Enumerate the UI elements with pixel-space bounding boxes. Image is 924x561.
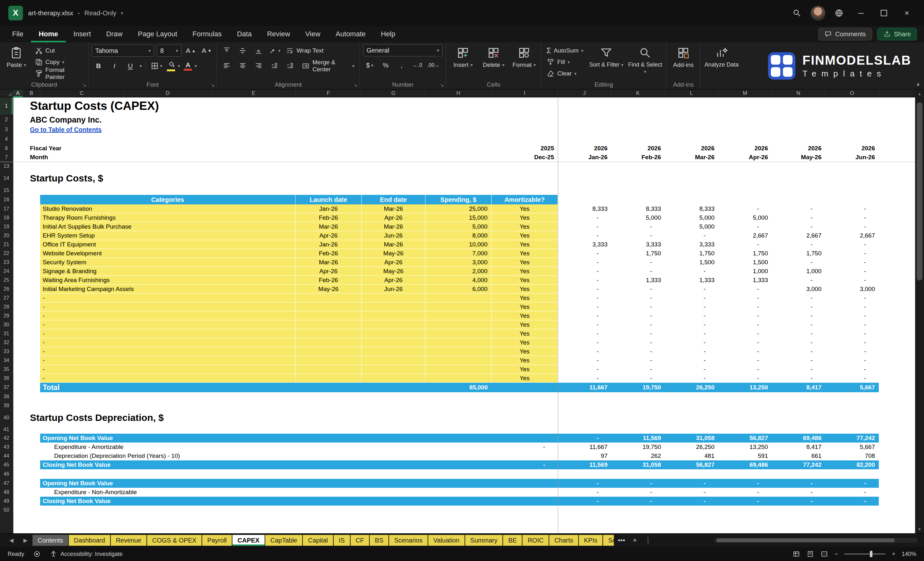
menu-tab-draw[interactable]: Draw — [99, 26, 130, 42]
month-value-cell[interactable]: - — [558, 356, 611, 365]
sheet-tab-dashboard[interactable]: Dashboard — [69, 535, 110, 546]
font-family-select[interactable]: Tahoma▾ — [92, 45, 154, 57]
zoom-out-button[interactable]: − — [834, 551, 838, 558]
cell[interactable] — [296, 383, 362, 392]
depreciation-value[interactable] — [492, 488, 558, 496]
spending-cell[interactable] — [425, 374, 492, 383]
month-value-cell[interactable]: - — [718, 294, 772, 303]
launch-date-cell[interactable]: Apr-26 — [296, 267, 362, 276]
month-value-cell[interactable]: - — [665, 285, 718, 294]
end-date-cell[interactable]: Jun-26 — [362, 231, 425, 240]
month-value-cell[interactable]: 8,333 — [611, 204, 665, 213]
menu-tab-data[interactable]: Data — [229, 26, 259, 42]
cell[interactable] — [13, 401, 915, 410]
row-header-24[interactable]: 24 — [0, 267, 13, 276]
month-value-cell[interactable]: 2,667 — [772, 231, 825, 240]
spending-cell[interactable] — [425, 294, 492, 303]
category-cell[interactable]: EHR System Setup — [40, 231, 296, 240]
cell[interactable] — [13, 222, 40, 231]
month-value-cell[interactable]: 8,333 — [558, 204, 611, 213]
ribbon-collapse-button[interactable]: ▴ — [916, 80, 920, 87]
launch-date-cell[interactable] — [296, 365, 362, 374]
spending-cell[interactable]: 25,000 — [425, 204, 492, 213]
amortizable-cell[interactable]: Yes — [492, 222, 558, 231]
menu-tab-home[interactable]: Home — [31, 26, 66, 42]
depreciation-value[interactable]: - — [825, 488, 879, 496]
percent-format-button[interactable]: % — [379, 59, 392, 72]
end-date-cell[interactable] — [362, 311, 425, 320]
month-value-cell[interactable]: - — [772, 240, 825, 249]
align-top-button[interactable] — [220, 44, 233, 57]
depreciation-value[interactable]: 708 — [825, 452, 879, 460]
decrease-decimal-button[interactable]: .00→ — [427, 59, 440, 72]
number-dialog-launcher[interactable]: ↘ — [440, 82, 444, 88]
cell[interactable] — [13, 425, 915, 434]
launch-date-cell[interactable] — [296, 303, 362, 311]
cell[interactable] — [13, 365, 40, 374]
month-value-cell[interactable]: - — [825, 258, 879, 267]
scroll-up-arrow[interactable]: ▲ — [915, 90, 924, 98]
number-format-select[interactable]: General▾ — [363, 44, 442, 56]
category-cell[interactable]: Security System — [40, 258, 296, 267]
menu-tab-insert[interactable]: Insert — [66, 26, 99, 42]
month-value-cell[interactable]: - — [718, 365, 772, 374]
end-date-cell[interactable] — [362, 294, 425, 303]
align-middle-button[interactable] — [236, 44, 249, 57]
cell[interactable] — [13, 442, 40, 452]
sheet-options-button[interactable]: ⋮ — [640, 536, 655, 544]
column-header-J[interactable]: J — [558, 90, 611, 97]
month-value-cell[interactable]: - — [611, 329, 665, 338]
depreciation-value[interactable]: 31,058 — [665, 434, 718, 442]
cell[interactable] — [13, 276, 40, 285]
column-header-E[interactable]: E — [212, 90, 296, 97]
depreciation-value[interactable]: - — [718, 479, 772, 488]
row-header-2[interactable]: 2 — [0, 115, 13, 125]
macro-record-button[interactable] — [33, 550, 41, 558]
month-value-cell[interactable]: - — [611, 320, 665, 329]
depreciation-value[interactable]: - — [825, 496, 879, 506]
amortizable-cell[interactable]: Yes — [492, 329, 558, 338]
amortizable-cell[interactable]: Yes — [492, 231, 558, 240]
row-header-49[interactable]: 49 — [0, 496, 13, 506]
amortizable-cell[interactable]: Yes — [492, 365, 558, 374]
column-header-F[interactable]: F — [296, 90, 362, 97]
end-date-cell[interactable]: Apr-26 — [362, 213, 425, 222]
month-value-cell[interactable]: - — [558, 258, 611, 267]
launch-date-cell[interactable]: Feb-26 — [296, 213, 362, 222]
month-value-cell[interactable]: - — [718, 303, 772, 311]
month-value-cell[interactable]: - — [718, 222, 772, 231]
depreciation-value[interactable]: 69,486 — [772, 434, 825, 442]
month-value-cell[interactable]: - — [772, 374, 825, 383]
month-value-cell[interactable]: - — [558, 329, 611, 338]
column-header-H[interactable]: H — [425, 90, 492, 97]
column-header-N[interactable]: N — [772, 90, 825, 97]
month-value-cell[interactable]: - — [825, 267, 879, 276]
month-value-cell[interactable]: - — [772, 320, 825, 329]
amortizable-cell[interactable]: Yes — [492, 294, 558, 303]
month-value-cell[interactable]: - — [718, 285, 772, 294]
align-left-button[interactable] — [220, 60, 233, 72]
depreciation-value[interactable]: - — [611, 479, 665, 488]
page-layout-view-button[interactable] — [807, 550, 814, 558]
fiscal-year-value[interactable]: 2026 — [825, 144, 879, 153]
column-header-I[interactable]: I — [492, 90, 558, 97]
depreciation-value[interactable]: 591 — [718, 452, 772, 460]
amortizable-cell[interactable]: Yes — [492, 374, 558, 383]
spending-cell[interactable] — [425, 320, 492, 329]
amortizable-cell[interactable]: Yes — [492, 347, 558, 356]
depreciation-value[interactable]: - — [558, 434, 611, 442]
next-sheet-button[interactable]: ▶ — [18, 537, 33, 544]
row-header-1[interactable]: 1 — [0, 98, 13, 115]
cell[interactable] — [13, 469, 915, 479]
month-value-cell[interactable]: - — [611, 347, 665, 356]
column-header-L[interactable]: L — [665, 90, 718, 97]
month-value-cell[interactable]: - — [825, 213, 879, 222]
spending-cell[interactable]: 7,000 — [425, 249, 492, 258]
accessibility-status[interactable]: Accessibility: Investigate — [50, 550, 123, 558]
cell[interactable] — [492, 383, 558, 392]
end-date-cell[interactable] — [362, 356, 425, 365]
zoom-slider[interactable] — [844, 554, 885, 555]
depreciation-value[interactable]: 11,569 — [611, 434, 665, 442]
copy-button[interactable]: Copy▾ — [33, 57, 86, 67]
depreciation-value[interactable]: 56,827 — [665, 460, 718, 469]
